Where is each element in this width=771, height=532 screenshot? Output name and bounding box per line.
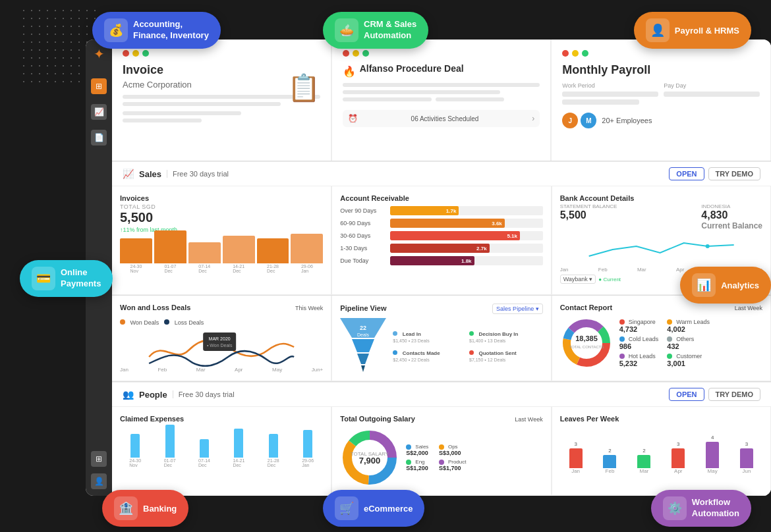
legend-label-warm: Warm Leads [676, 319, 710, 325]
bar-label-6: 29-06Jan [301, 264, 313, 273]
sidebar-icon-apps[interactable]: ⊞ [91, 451, 107, 467]
bar-label-4: 14-21Dec [233, 264, 244, 273]
salary-dot-eng [406, 460, 411, 465]
wl-months: JanFebMarAprMayJun+ [120, 367, 323, 373]
bank-chart-dot [705, 244, 709, 248]
sales-row-2: Won and Loss Deals This Week Won Deals L… [112, 296, 771, 382]
pipeline-header: Pipeline View Sales Pipeline ▾ [340, 304, 542, 314]
sidebar-icon-chart[interactable]: 📈 [91, 104, 107, 120]
sidebar-icon-user[interactable]: 👤 [91, 473, 107, 489]
badge-banking[interactable]: 🏦 Banking [102, 490, 188, 527]
workflow-icon: ⚙️ [663, 496, 687, 520]
ecommerce-icon: 🛒 [335, 496, 358, 520]
invoices-value: 5,500 [120, 210, 323, 225]
bar-3 [188, 242, 221, 263]
salary-title: Total Outgoing Salary [340, 415, 414, 423]
funnel-label-3: Contacts Made [403, 350, 440, 356]
salary-container: TOTAL SALARY 7,900 Sales S$2,000 [340, 428, 542, 487]
sales-demo-button[interactable]: TRY DEMO [708, 167, 760, 180]
legend-dot-others [667, 336, 672, 342]
lv-bar-4 [671, 448, 685, 468]
lv-month-4: Apr [674, 468, 682, 474]
month-jan: Jan [560, 267, 569, 273]
skeleton-2 [123, 102, 281, 106]
people-section-header: 👥 People Free 30 days trial OPEN TRY DEM… [112, 382, 771, 407]
wl-header: Won and Loss Deals This Week [120, 304, 323, 313]
ar-title: Account Receivable [340, 194, 542, 202]
ar-widget: Account Receivable Over 90 Days 1.7k 60-… [331, 186, 551, 295]
ar-row-3: 30-60 Days 5.1k [340, 231, 542, 240]
lv-num-5: 4 [711, 435, 714, 440]
exp-group-6: 29-06Jan [293, 430, 323, 467]
bar-group-4: 14-21Dec [223, 236, 255, 273]
funnel-bot [357, 354, 369, 364]
salary-label-sales: Sales [415, 444, 428, 450]
funnel-sub-3: $2,450 • 22 Deals [393, 358, 467, 362]
ar-fill-4: 2.7k [390, 244, 489, 253]
bar-6 [291, 234, 323, 263]
ar-track-4: 2.7k [390, 244, 542, 253]
legend-label-sg: Singapore [629, 319, 656, 325]
people-trial: Free 30 days trial [173, 390, 235, 398]
sidebar-icon-home[interactable]: ⊞ [91, 78, 107, 94]
pipeline-title: Pipeline View [340, 304, 386, 312]
banking-label: Banking [143, 504, 177, 514]
contact-header: Contact Report Last Week [560, 304, 762, 313]
bank-selector[interactable]: Waybank ▾ [560, 275, 596, 284]
ar-val-2: 3.6k [492, 221, 502, 226]
bank-val-sub: Current Balance [701, 221, 762, 230]
bank-label-2: INDONESIA [701, 203, 762, 209]
won-legend: Won Deals [120, 315, 159, 327]
payments-icon: 💳 [32, 267, 55, 290]
month-mar: Mar [637, 267, 646, 273]
badge-payroll[interactable]: 👤 Payroll & HRMS [634, 12, 751, 49]
badge-analytics[interactable]: 📊 Analytics [680, 267, 771, 304]
crm-sk-4 [436, 97, 505, 101]
lv-bar-3 [637, 455, 650, 468]
dot-green-3 [582, 50, 588, 57]
badge-ecommerce[interactable]: 🛒 eCommerce [323, 490, 424, 527]
pay-day-label: Pay Day [664, 82, 760, 89]
lv-group-6: 3 Jun [731, 441, 762, 474]
funnel-dot-1 [393, 331, 397, 336]
browser-dots-invoice [123, 50, 320, 57]
sidebar-icon-doc[interactable]: 📄 [91, 130, 107, 146]
ar-row-1: Over 90 Days 1.7k [340, 206, 542, 215]
bank-val-2: 4,830 [701, 209, 762, 221]
people-open-button[interactable]: OPEN [669, 388, 704, 401]
leaves-title: Leaves Per Week [560, 415, 762, 423]
ar-row-4: 1-30 Days 2.7k [340, 244, 542, 253]
exp-group-4: 14-21Dec [223, 429, 254, 467]
ar-track-1: 1.7k [390, 206, 542, 215]
dot-red-3 [562, 50, 569, 57]
dot-red [123, 50, 129, 57]
banking-icon: 🏦 [114, 496, 138, 520]
exp-label-5: 21-28Dec [268, 458, 279, 467]
expenses-widget: Claimed Expenses 24-30Nov 01-07Dec 07-14… [112, 407, 331, 496]
lv-bar-6 [740, 448, 753, 468]
loss-legend: Loss Deals [164, 315, 204, 327]
bank-title: Bank Account Details [560, 194, 762, 202]
badge-accounting[interactable]: 💰 Accounting,Finance, Inventory [92, 12, 221, 49]
legend-customer: Customer 3,001 [667, 353, 710, 367]
wl-period: This Week [295, 305, 323, 311]
salary-dot-sales [406, 444, 411, 450]
ar-fill-2: 3.6k [390, 219, 504, 228]
exp-label-6: 29-06Jan [302, 458, 314, 467]
people-demo-button[interactable]: TRY DEMO [708, 388, 760, 401]
lv-num-6: 3 [745, 441, 748, 447]
payroll-sk-1 [562, 92, 658, 97]
badge-payments[interactable]: 💳 OnlinePayments [20, 260, 113, 297]
lv-num-1: 3 [574, 441, 577, 447]
sales-open-button[interactable]: OPEN [669, 167, 704, 180]
employee-count: 20+ Employees [602, 117, 652, 124]
legend-val-sg: 4,732 [619, 325, 662, 333]
accounting-label: Accounting,Finance, Inventory [133, 19, 209, 41]
sales-trial: Free 30 days trial [167, 170, 229, 178]
exp-group-3: 07-14Dec [189, 439, 219, 467]
funnel-mid [352, 339, 374, 352]
funnel-label-4: Quotation Sent [478, 350, 516, 356]
pipeline-selector[interactable]: Sales Pipeline ▾ [492, 304, 543, 314]
badge-crm[interactable]: 🥧 CRM & SalesAutomation [323, 12, 428, 49]
badge-workflow[interactable]: ⚙️ WorkflowAutomation [651, 490, 751, 527]
